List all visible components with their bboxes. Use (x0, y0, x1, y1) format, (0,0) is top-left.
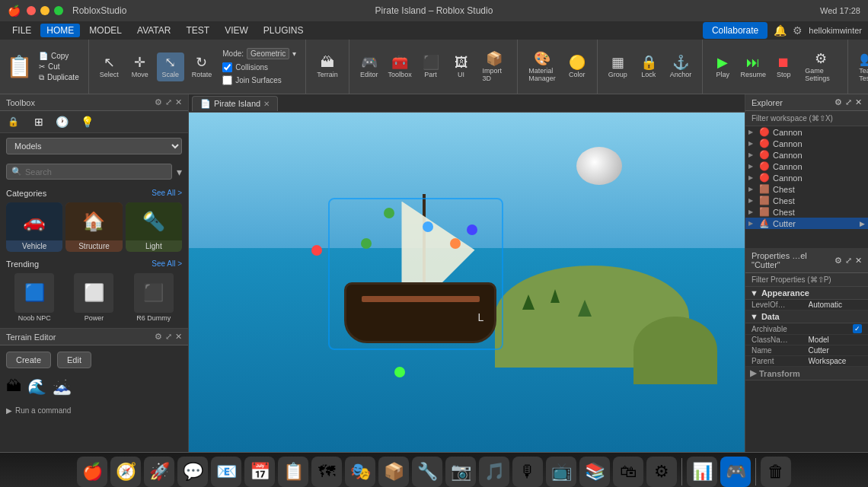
minimize-button[interactable] (40, 6, 49, 15)
trending-noob-npc[interactable]: 🟦 Noob NPC (6, 273, 62, 322)
category-vehicle[interactable]: 🚗 Vehicle (6, 202, 62, 252)
menu-view[interactable]: VIEW (219, 24, 254, 37)
stop-button[interactable]: ⏹ Stop (770, 53, 797, 81)
prop-archivable-checkbox[interactable]: ✓ (853, 324, 862, 333)
duplicate-button[interactable]: ⧉ Duplicate (36, 72, 82, 83)
explorer-expand-icon[interactable]: ⤢ (845, 97, 852, 107)
import3d-button[interactable]: 📦 Import 3D (478, 49, 512, 85)
toolbox-grid-tab[interactable]: ⊞ (33, 114, 45, 129)
anchor-button[interactable]: ⚓ Anchor (665, 53, 697, 81)
dock-facetime[interactable]: 📷 (445, 457, 476, 487)
terrain-tool-water[interactable]: 🌊 (27, 377, 46, 396)
terrain-close-icon[interactable]: ✕ (175, 332, 182, 342)
tree-item-chest-2[interactable]: ▶ 🟫 Chest (745, 195, 868, 206)
tree-item-cannon-2[interactable]: ▶ 🔴 Cannon (745, 138, 868, 149)
terrain-tool-rock[interactable]: 🗻 (53, 377, 72, 396)
menu-home[interactable]: HOME (40, 24, 80, 37)
properties-settings-icon[interactable]: ⚙ (834, 256, 842, 266)
material-manager-button[interactable]: 🎨 Material Manager (524, 49, 560, 85)
toolbox-settings-icon[interactable]: ⚙ (155, 97, 162, 107)
dock-system-prefs[interactable]: 🔧 (412, 457, 442, 487)
trending-power[interactable]: ⬜ Power (65, 273, 122, 322)
terrain-settings-icon[interactable]: ⚙ (155, 332, 162, 342)
collisions-checkbox[interactable] (222, 62, 232, 72)
ui-button[interactable]: 🖼 UI (448, 53, 475, 81)
editor-button[interactable]: 🎮 Editor (356, 53, 383, 81)
dock-excel[interactable]: 📊 (687, 457, 717, 487)
notifications-icon[interactable]: 🔔 (774, 24, 787, 37)
dock-roblox-studio[interactable]: 🎮 (720, 457, 751, 487)
tree-item-cannon-1[interactable]: ▶ 🔴 Cannon (745, 126, 868, 138)
play-button[interactable]: ▶ Play (709, 53, 736, 81)
dock-safari[interactable]: 🧭 (110, 457, 141, 487)
cut-button[interactable]: ✂ Cut (36, 62, 82, 72)
prop-name-value[interactable]: Cutter (809, 346, 863, 355)
cutter-expand-arrow[interactable]: ▶ (860, 220, 865, 228)
appearance-section-header[interactable]: ▼ Appearance (745, 287, 868, 300)
toolbox-clock-tab[interactable]: 🕐 (54, 114, 70, 129)
dock-system-settings[interactable]: ⚙ (646, 457, 677, 487)
properties-close-icon[interactable]: ✕ (855, 256, 862, 266)
tree-item-chest-3[interactable]: ▶ 🟫 Chest (745, 206, 868, 218)
tab-close-button[interactable]: ✕ (263, 100, 270, 108)
copy-button[interactable]: 📄 Copy (36, 51, 82, 61)
menu-model[interactable]: MODEL (83, 24, 128, 37)
viewport[interactable]: L (189, 113, 745, 452)
dock-app-store[interactable]: 🛍 (613, 457, 643, 487)
select-button[interactable]: ↖ Select (95, 53, 123, 81)
categories-see-all[interactable]: See All > (152, 189, 182, 198)
dock-launchpad[interactable]: 🚀 (144, 457, 174, 487)
resume-button[interactable]: ⏭ Resume (739, 53, 767, 81)
dock-maps[interactable]: 🗺 (311, 457, 342, 487)
toolbox-close-icon[interactable]: ✕ (175, 97, 182, 107)
group-button[interactable]: ▦ Group (604, 53, 632, 81)
toolbox-button[interactable]: 🧰 Toolbox (386, 53, 414, 81)
transform-section-header[interactable]: ▶ Transform (745, 367, 868, 380)
models-dropdown[interactable]: Models (6, 138, 182, 154)
settings-icon[interactable]: ⚙ (793, 24, 803, 37)
terrain-edit-button[interactable]: Edit (57, 352, 91, 368)
properties-expand-icon[interactable]: ⤢ (845, 256, 852, 266)
dock-trash[interactable]: 🗑 (761, 457, 791, 487)
lock-button[interactable]: 🔒 Lock (635, 53, 662, 81)
mode-dropdown[interactable]: Geometric (247, 48, 289, 59)
collaborate-button[interactable]: Collaborate (703, 22, 767, 39)
tree-item-cutter[interactable]: ▶ ⛵ Cutter ▶ (745, 218, 868, 229)
dock-calendar[interactable]: 📅 (244, 457, 275, 487)
color-button[interactable]: 🟡 Color (563, 53, 591, 81)
close-button[interactable] (27, 6, 36, 15)
run-command-area[interactable]: ▶ Run a command (0, 402, 188, 419)
move-button[interactable]: ✛ Move (126, 53, 154, 81)
dock-tv[interactable]: 📺 (546, 457, 576, 487)
tree-item-chest-1[interactable]: ▶ 🟫 Chest (745, 183, 868, 195)
rotate-button[interactable]: ↻ Rotate (187, 53, 217, 81)
tree-item-cannon-4[interactable]: ▶ 🔴 Cannon (745, 161, 868, 172)
terrain-button[interactable]: 🏔 Terrain (312, 53, 343, 81)
search-input[interactable] (25, 167, 167, 177)
maximize-button[interactable] (54, 6, 63, 15)
category-light[interactable]: 🔦 Light (126, 202, 182, 252)
prop-parent-value[interactable]: Workspace (809, 357, 863, 365)
toolbox-lock-tab[interactable]: 🔒 (6, 115, 21, 129)
prop-levelof-value[interactable]: Automatic (809, 301, 863, 309)
dock-messages[interactable]: 💬 (177, 457, 208, 487)
dock-photos[interactable]: 🎭 (345, 457, 375, 487)
dock-finder[interactable]: 🍎 (77, 457, 107, 487)
menu-avatar[interactable]: AVATAR (131, 24, 177, 37)
toolbox-bulb-tab[interactable]: 💡 (79, 114, 95, 129)
dock-music[interactable]: 🎵 (479, 457, 509, 487)
explorer-close-icon[interactable]: ✕ (855, 97, 862, 107)
terrain-tool-mountain[interactable]: 🏔 (6, 377, 21, 396)
terrain-expand-icon[interactable]: ⤢ (165, 332, 172, 342)
filter-properties-bar[interactable]: Filter Properties (⌘⇧P) (745, 273, 868, 287)
trending-r6-dummy[interactable]: ⬛ R6 Dummy (126, 273, 182, 322)
paste-icon[interactable]: 📋 (6, 54, 33, 79)
join-surfaces-checkbox[interactable] (222, 75, 232, 85)
tree-item-cannon-3[interactable]: ▶ 🔴 Cannon (745, 149, 868, 161)
menu-test[interactable]: TEST (180, 24, 215, 37)
trending-see-all[interactable]: See All > (152, 259, 182, 269)
dock-files[interactable]: 📦 (378, 457, 409, 487)
scale-button[interactable]: ⤡ Scale (157, 53, 184, 81)
game-settings-button[interactable]: ⚙ Game Settings (800, 49, 841, 85)
toolbox-expand-icon[interactable]: ⤢ (165, 97, 172, 107)
